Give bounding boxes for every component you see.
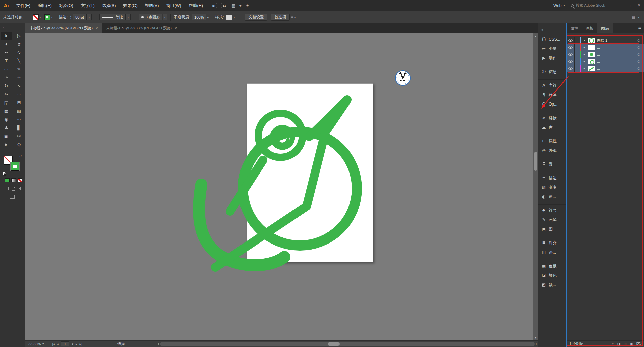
layer-thumbnail[interactable] [588,52,595,57]
last-artboard-icon[interactable] [79,342,82,346]
maximize-button[interactable]: □ [624,0,634,11]
layer-thumbnail[interactable] [588,66,595,71]
scroll-left-icon[interactable] [157,341,159,346]
share-icon[interactable] [246,3,249,8]
layer-thumbnail[interactable] [588,38,595,43]
opacity-flyout-icon[interactable] [207,16,209,19]
tool-type[interactable]: T [1,57,12,65]
sublayer-row-1[interactable]: ... [567,44,644,51]
menu-window[interactable]: 窗口(W) [162,0,185,11]
dock-item-appearance[interactable]: ◎外观 [538,146,566,155]
tool-rotate[interactable]: ↻ [1,82,12,90]
expand-layer-icon[interactable] [582,67,587,70]
default-colors-icon[interactable] [3,172,6,176]
target-circle-icon[interactable] [637,39,640,42]
sublayer-row-2[interactable]: ... [567,51,644,58]
arrange-documents-chevron-icon[interactable] [239,3,241,8]
tool-symbol-sprayer[interactable]: ♣ [1,124,12,132]
tool-pencil[interactable]: ✑ [1,74,12,81]
delete-layer-icon[interactable] [636,342,641,346]
tool-slice[interactable]: ✂ [13,132,25,140]
layer-name[interactable]: ... [597,45,637,49]
menu-effect[interactable]: 效果(C) [119,0,141,11]
tool-mesh[interactable]: ▦ [1,107,12,115]
lock-cell[interactable] [575,65,579,72]
scroll-down-icon[interactable] [535,335,536,340]
dock-item-align[interactable]: ≣对齐 [538,238,566,248]
dock-item-asset-export[interactable]: ↧资... [538,159,566,169]
scroll-up-icon[interactable] [535,33,536,39]
gradient-button[interactable] [11,178,16,182]
lock-cell[interactable] [575,51,579,58]
dock-item-color[interactable]: ◪颜色 [538,271,566,280]
collapse-layer-icon[interactable] [582,39,587,42]
dock-item-variables[interactable]: ≔变量 [538,44,566,53]
close-tab-icon[interactable]: × [96,26,98,31]
menu-type[interactable]: 文字(T) [77,0,98,11]
tool-blend[interactable]: ∾ [13,116,25,123]
vertical-scrollbar[interactable] [533,33,538,340]
tool-eyedropper[interactable]: ◉ [1,116,12,123]
target-circle-icon[interactable] [637,53,640,56]
layer-name[interactable]: ... [597,66,637,70]
tool-rectangle[interactable]: ▭ [1,65,12,73]
document-setup-button[interactable]: 文档设置 [245,14,267,21]
more-options-icon[interactable] [291,16,293,19]
width-profile-dropdown[interactable]: 等比 [99,14,126,20]
close-button[interactable]: ✕ [634,0,644,11]
collapse-tools-icon[interactable] [3,26,5,29]
swap-fill-stroke-icon[interactable] [19,155,22,158]
stroke-chevron-icon[interactable] [51,16,53,19]
stroke-swatch-green[interactable] [11,162,19,171]
target-circle-icon[interactable] [637,67,640,70]
layer-name[interactable]: ... [597,59,637,63]
previous-artboard-icon[interactable] [57,342,59,346]
stroke-weight-value[interactable]: 80 pt [73,14,86,20]
draw-normal-icon[interactable] [5,187,9,190]
dock-item-attributes[interactable]: ⊟属性 [538,136,566,146]
dock-item-symbols[interactable]: ♣符号 [538,206,566,215]
tab-artboards[interactable]: 画板 [582,23,597,33]
tool-paintbrush[interactable]: ✎ [13,65,25,73]
tool-direct-selection[interactable]: ▷ [13,32,25,40]
horizontal-scroll-thumb[interactable] [328,342,340,346]
artboard-list-chevron-icon[interactable] [72,342,73,346]
tool-selection[interactable]: ➤ [1,32,12,40]
make-clipping-mask-icon[interactable] [617,342,620,346]
panel-menu-icon[interactable] [638,26,641,31]
visibility-eye-icon[interactable] [568,60,573,63]
tool-magic-wand[interactable]: ✦ [1,40,12,48]
layer-thumbnail[interactable] [588,45,595,50]
artboard[interactable] [247,83,373,262]
dock-item-swatches[interactable]: ▦色板 [538,261,566,271]
document-arrangement-chevron-icon[interactable] [638,16,639,19]
lock-cell[interactable] [575,58,579,65]
dock-item-info[interactable]: ⓘ信息 [538,67,566,76]
dock-item-actions[interactable]: ▶动作 [538,53,566,63]
minimize-button[interactable]: – [614,0,624,11]
tool-scale[interactable]: ↘ [13,82,25,90]
expand-layer-icon[interactable] [582,53,587,56]
dock-item-graphic-styles[interactable]: ▣图... [538,224,566,234]
opacity-value[interactable]: 100% [192,14,206,20]
document-arrangement-icon[interactable] [632,15,635,20]
tool-shaper[interactable]: ✧ [13,74,25,81]
zoom-level-dropdown[interactable]: 33.33% [25,342,46,346]
visibility-eye-icon[interactable] [568,53,573,56]
close-tab-icon[interactable]: × [175,26,177,31]
menu-edit[interactable]: 编辑(E) [34,0,55,11]
arrange-documents-icon[interactable] [231,3,235,8]
tool-artboard[interactable]: ▣ [1,132,12,140]
visibility-eye-icon[interactable] [568,39,573,42]
none-button[interactable] [18,178,22,182]
fill-chevron-icon[interactable] [40,16,41,19]
dock-item-libraries[interactable]: ☁库 [538,123,566,132]
stroke-color-swatch[interactable] [44,14,50,20]
style-swatch[interactable] [226,15,232,20]
preferences-button[interactable]: 首选项 [271,14,290,21]
tool-curvature[interactable]: ∿ [13,49,25,56]
target-circle-icon[interactable] [637,60,640,63]
tab-layers[interactable]: 图层 [597,23,613,33]
dock-item-brushes[interactable]: ✎画笔 [538,215,566,224]
menu-file[interactable]: 文件(F) [13,0,34,11]
